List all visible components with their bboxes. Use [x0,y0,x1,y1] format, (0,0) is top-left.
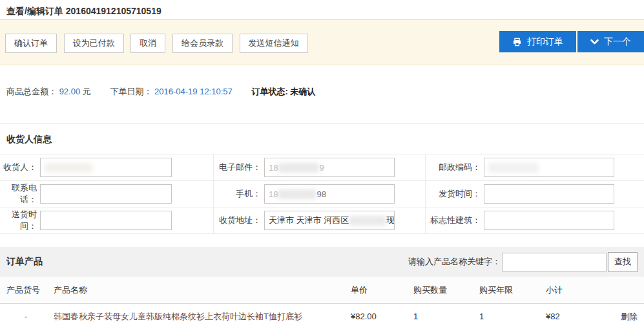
printer-icon [512,37,522,47]
redacted-smudge [278,163,319,173]
products-table: 产品货号 产品名称 单价 购买数量 购买年限 小计 - 韩国春秋亲子装母女儿童韩… [0,277,644,329]
consignee-name-label: 收货人： [0,162,40,173]
product-search-label: 请输入产品名称关键字： [408,256,501,268]
product-search-input[interactable] [502,253,607,271]
postcode-input[interactable] [484,158,614,177]
find-button[interactable]: 查找 [608,252,638,272]
order-date-value: 2016-04-19 12:10:57 [154,87,233,96]
email-value-post: 9 [319,163,324,173]
mobile-label: 手机： [214,188,264,200]
mobile-value-post: 98 [317,189,326,199]
page-header: 查看/编辑订单 2016041912105710519 [0,0,644,20]
delivery-time-input[interactable] [40,211,172,230]
products-table-header: 产品货号 产品名称 单价 购买数量 购买年限 小计 [0,277,644,304]
consignee-form: 收货人： 电子邮件： 18 9 邮政编码： [0,154,644,234]
consignee-form-row: 送货时间： 收货地址： 天津市 天津市 河西区 现 标志性建筑： [0,207,644,234]
redacted-smudge [278,189,317,199]
product-sku: - [6,312,54,321]
consignee-form-row: 联系电话： 手机： 18 98 发货时间： [0,181,644,207]
ship-time-label: 发货时间： [426,188,484,200]
product-subtotal: ¥82 [546,312,610,321]
product-qty: 1 [413,312,479,321]
phone-label: 联系电话： [0,182,40,206]
landmark-input[interactable] [484,211,614,230]
redacted-smudge [488,163,539,173]
cancel-button[interactable]: 取消 [130,34,165,53]
print-order-button[interactable]: 打印订单 [499,31,576,52]
next-order-label: 下一个 [604,36,631,48]
member-payment-button[interactable]: 给会员录款 [172,34,233,53]
next-order-button[interactable]: 下一个 [577,31,644,52]
print-order-label: 打印订单 [527,36,563,48]
order-status-label: 订单状态: [251,87,287,96]
mobile-input[interactable]: 18 98 [264,184,395,204]
col-header-subtotal: 小计 [546,284,610,296]
col-header-sku: 产品货号 [6,284,54,296]
product-search-bar: 请输入产品名称关键字： 查找 [408,252,638,272]
consignee-form-row: 收货人： 电子邮件： 18 9 邮政编码： [0,154,644,181]
email-input[interactable]: 18 9 [264,158,395,177]
confirm-order-button[interactable]: 确认订单 [5,34,57,53]
products-section-title: 订单产品 [6,256,43,268]
email-value-pre: 18 [269,163,278,173]
ship-time-input[interactable] [484,184,614,204]
set-paid-button[interactable]: 设为已付款 [64,34,124,53]
page-title: 查看/编辑订单 2016041912105710519 [6,6,161,16]
delivery-time-label: 送货时间： [0,209,40,232]
order-status-value: 未确认 [290,87,315,96]
email-label: 电子邮件： [214,162,264,173]
redacted-smudge [349,216,386,226]
product-years: 1 [479,312,546,321]
consignee-section-title: 收货人信息 [6,134,52,144]
redacted-smudge [45,163,92,173]
col-header-name: 产品名称 [54,284,351,296]
address-value-pre: 天津市 天津市 河西区 [269,215,349,226]
address-value-post: 现 [386,215,395,226]
phone-input[interactable] [40,184,172,204]
send-sms-button[interactable]: 发送短信通知 [240,34,308,53]
chevron-down-icon [590,39,599,45]
consignee-name-input[interactable] [40,158,172,177]
postcode-label: 邮政编码： [426,162,484,173]
landmark-label: 标志性建筑： [426,215,484,226]
consignee-section-header: 收货人信息 [0,123,644,154]
delete-product-link[interactable]: 删除 [621,312,638,321]
address-input[interactable]: 天津市 天津市 河西区 现 [264,211,395,230]
mobile-value-pre: 18 [269,189,278,199]
order-toolbar: 确认订单 设为已付款 取消 给会员录款 发送短信通知 打印订单 下一个 [0,20,644,65]
toolbar-right-group: 打印订单 下一个 [499,31,644,52]
col-header-qty: 购买数量 [413,284,479,296]
consignee-section: 收货人信息 收货人： 电子邮件： 18 9 邮政编码： [0,123,644,234]
product-name-link[interactable]: 韩国春秋亲子装母女儿童韩版纯棉条纹衫上衣荷叶边长袖T恤打底衫 [54,312,302,321]
address-label: 收货地址： [214,215,264,226]
order-summary: 商品总金额： 92.00 元 下单日期： 2016-04-19 12:10:57… [0,65,644,123]
product-price: ¥82.00 [351,312,413,321]
order-date-label: 下单日期： [110,87,152,96]
col-header-years: 购买年限 [479,284,546,296]
col-header-price: 单价 [351,284,413,296]
total-amount-value: 92.00 [59,87,81,96]
products-section-header: 订单产品 请输入产品名称关键字： 查找 [0,247,644,277]
product-table-row: - 韩国春秋亲子装母女儿童韩版纯棉条纹衫上衣荷叶边长袖T恤打底衫 ¥82.00 … [0,304,644,329]
total-amount-label: 商品总金额： [6,87,57,96]
total-amount-unit: 元 [83,87,91,96]
